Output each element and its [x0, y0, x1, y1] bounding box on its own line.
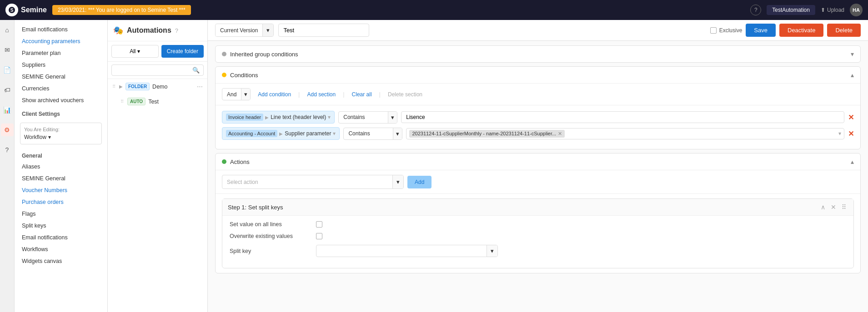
avatar[interactable]: HA — [850, 4, 863, 16]
folder-search-input[interactable] — [115, 67, 191, 74]
inherited-section-header[interactable]: Inherited group conditions ▾ — [216, 46, 860, 62]
save-button[interactable]: Save — [746, 24, 776, 37]
sidebar-item-workflows[interactable]: Workflows — [15, 243, 107, 255]
folder-help-icon[interactable]: ? — [175, 27, 178, 34]
cond-operator-arrow-icon-2[interactable]: ▾ — [393, 128, 402, 139]
and-select[interactable]: And ▾ — [222, 88, 251, 100]
inherited-icon — [222, 52, 226, 56]
add-condition-button[interactable]: Add condition — [253, 89, 296, 100]
actions-icon — [222, 159, 226, 164]
sidebar-item-split-keys[interactable]: Split keys — [15, 220, 107, 232]
upload-btn[interactable]: ⬆ Upload — [821, 7, 844, 13]
sidebar-icon-settings[interactable]: ⚙ — [1, 124, 14, 136]
sidebar-item-voucher-numbers[interactable]: Voucher Numbers — [15, 184, 107, 196]
action-select[interactable]: Select action ▾ — [222, 175, 404, 189]
sidebar-item-accounting-params[interactable]: Accounting parameters — [15, 35, 107, 47]
cond-field-prefix-2: Accounting - Account — [226, 130, 277, 137]
delete-button[interactable]: Delete — [827, 24, 861, 37]
editing-select[interactable]: Workflow ▾ — [24, 134, 98, 140]
split-key-select[interactable]: ▾ — [316, 245, 498, 257]
sidebar-icon-mail[interactable]: ✉ — [1, 44, 14, 56]
upload-label: Upload — [827, 7, 844, 13]
sidebar-icons: ⌂ ✉ 📄 🏷 📊 ⚙ ? — [0, 20, 15, 312]
folder-search-inner: 🔍 — [111, 64, 204, 76]
condition-tag-2: 20231124-11-cSupplierMonthly - name-2023… — [409, 130, 565, 138]
sidebar-item-semine-general[interactable]: SEMINE General — [15, 173, 107, 184]
actions-header[interactable]: Actions ▴ — [216, 154, 860, 170]
step-row-overwrite: Overwrite existing values — [230, 233, 846, 239]
exclusive-label: Exclusive — [710, 27, 743, 34]
step-drag-button[interactable]: ⠿ — [840, 203, 848, 212]
folder-create-button[interactable]: Create folder — [161, 45, 204, 58]
version-select-arrow-icon[interactable]: ▾ — [262, 24, 273, 36]
version-select[interactable]: Current Version ▾ — [215, 24, 274, 37]
folder-item-options-icon[interactable]: ⋯ — [197, 83, 203, 90]
condition-row-2: Accounting - Account ▶ Supplier paramete… — [222, 127, 854, 140]
condition-remove-1[interactable]: ✕ — [848, 113, 854, 122]
step-delete-button[interactable]: ✕ — [829, 203, 838, 212]
clear-all-button[interactable]: Clear all — [347, 89, 376, 100]
sidebar-item-suppliers[interactable]: Suppliers — [15, 59, 107, 71]
deactivate-button[interactable]: Deactivate — [779, 24, 823, 37]
exclusive-checkbox[interactable] — [710, 27, 717, 34]
sidebar-item-param-plan[interactable]: Parameter plan — [15, 47, 107, 59]
folder-item-test[interactable]: ⠿ AUTO Test — [108, 94, 207, 109]
automation-title-input[interactable] — [278, 24, 369, 37]
sidebar-item-aliases[interactable]: Aliases — [15, 161, 107, 173]
cond-operator-label-1: Contains — [339, 112, 388, 123]
step-up-button[interactable]: ∧ — [819, 203, 827, 212]
drag-handle-icon: ⠿ — [120, 99, 124, 104]
sidebar-icon-help[interactable]: ? — [1, 144, 14, 156]
sidebar-item-flags[interactable]: Flags — [15, 208, 107, 220]
folder-panel: 🎭 Automations ? All ▾ Create folder 🔍 ⠿ … — [108, 20, 208, 312]
overwrite-checkbox[interactable] — [316, 233, 322, 239]
sidebar-item-widgets-canvas[interactable]: Widgets canvas — [15, 255, 107, 267]
client-settings-title: Client Settings — [15, 106, 107, 119]
step-row-label-overwrite: Overwrite existing values — [230, 233, 311, 239]
split-key-select-arrow-icon[interactable]: ▾ — [487, 245, 497, 257]
cond-operator-arrow-icon-1[interactable]: ▾ — [388, 112, 397, 123]
sidebar-item-email-notif[interactable]: Email notifications — [15, 24, 107, 35]
sidebar-icon-chart[interactable]: 📊 — [1, 104, 14, 116]
folder-all-button[interactable]: All ▾ — [111, 45, 159, 58]
condition-operator-1[interactable]: Contains ▾ — [338, 111, 397, 124]
split-key-select-label — [316, 249, 487, 253]
condition-value-1[interactable] — [401, 111, 844, 123]
sidebar-icon-docs[interactable]: 📄 — [1, 64, 14, 76]
sidebar: Email notifications Accounting parameter… — [15, 20, 108, 312]
action-select-arrow-icon[interactable]: ▾ — [392, 175, 403, 188]
sidebar-item-purchase-orders[interactable]: Purchase orders — [15, 196, 107, 208]
help-icon[interactable]: ? — [750, 5, 761, 15]
sidebar-item-email-notif2[interactable]: Email notifications — [15, 232, 107, 243]
sidebar-item-archived-vouchers[interactable]: Show archived vouchers — [15, 94, 107, 106]
content-scroll: Inherited group conditions ▾ Conditions … — [208, 41, 868, 312]
condition-field-1[interactable]: Invoice header ▶ Line text (header level… — [222, 111, 335, 124]
sidebar-icon-home[interactable]: ⌂ — [1, 24, 14, 36]
drag-handle-icon: ⠿ — [112, 84, 115, 89]
and-select-arrow-icon[interactable]: ▾ — [241, 89, 250, 100]
user-menu[interactable]: TestAutomation — [767, 5, 815, 15]
add-action-button[interactable]: Add — [407, 176, 431, 188]
step-row-split-key: Split key ▾ — [230, 245, 846, 257]
sidebar-icon-tag[interactable]: 🏷 — [1, 84, 14, 96]
add-section-button[interactable]: Add section — [302, 89, 340, 100]
set-value-checkbox[interactable] — [316, 221, 322, 228]
editing-label: You Are Editing: — [24, 127, 98, 132]
folder-item-demo[interactable]: ⠿ ▶ FOLDER Demo ⋯ — [108, 79, 207, 94]
delete-section-button[interactable]: Delete section — [383, 89, 427, 100]
step-title-1: Step 1: Set split keys — [228, 204, 815, 211]
folder-item-name: Demo — [152, 84, 167, 90]
cond-value-tag-arrow-icon[interactable]: ▾ — [838, 130, 841, 137]
conditions-chevron-icon: ▴ — [851, 71, 854, 79]
condition-tag-remove-2[interactable]: ✕ — [558, 131, 562, 137]
condition-operator-2[interactable]: Contains ▾ — [343, 128, 402, 140]
sidebar-item-semine-general-top[interactable]: SEMINE General — [15, 71, 107, 83]
main-content: Current Version ▾ Exclusive Save Deactiv… — [208, 20, 868, 312]
step-actions-1: ∧ ✕ ⠿ — [819, 203, 848, 212]
conditions-header[interactable]: Conditions ▴ — [216, 67, 860, 84]
condition-remove-2[interactable]: ✕ — [848, 129, 854, 138]
condition-field-2[interactable]: Accounting - Account ▶ Supplier paramete… — [222, 127, 340, 140]
folder-all-label: All — [130, 48, 135, 54]
sidebar-item-currencies[interactable]: Currencies — [15, 83, 107, 94]
folder-panel-title: Automations — [127, 26, 171, 35]
